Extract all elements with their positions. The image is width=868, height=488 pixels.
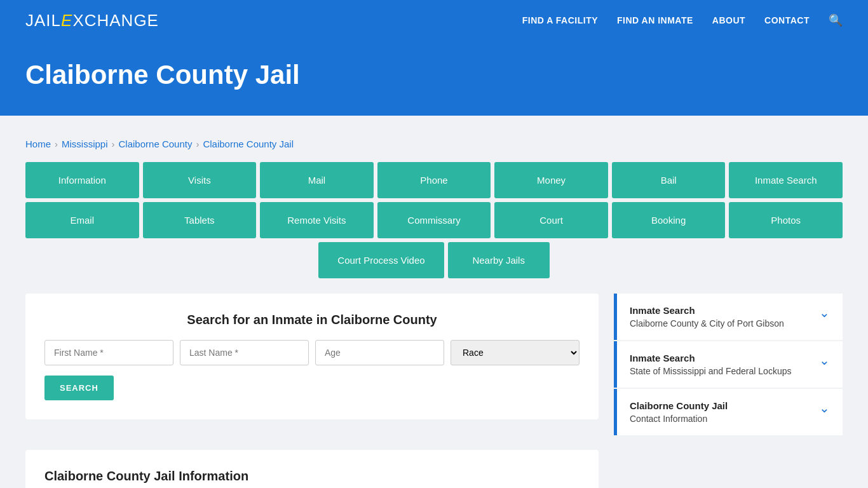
tile-information[interactable]: Information [25, 162, 139, 198]
tile-photos[interactable]: Photos [729, 202, 843, 238]
breadcrumb-home[interactable]: Home [25, 139, 51, 149]
sidebar-item-local-text: Inmate Search Claiborne County & City of… [630, 305, 784, 329]
tile-remote-visits[interactable]: Remote Visits [260, 202, 374, 238]
breadcrumb-sep-3: › [196, 139, 199, 149]
header: JAILEXCHANGE FIND A FACILITY FIND AN INM… [0, 0, 868, 41]
tile-inmate-search[interactable]: Inmate Search [729, 162, 843, 198]
sidebar-item-local-title: Inmate Search [630, 305, 784, 316]
tile-money[interactable]: Money [494, 162, 608, 198]
chevron-down-icon-state: ⌄ [819, 353, 830, 368]
search-section: Search for an Inmate in Claiborne County… [25, 294, 599, 419]
hero-section: Claiborne County Jail [0, 41, 868, 116]
bottom-section-title: Claiborne County Jail Information [44, 469, 580, 484]
sidebar-item-contact-info[interactable]: Claiborne County Jail Contact Informatio… [614, 389, 843, 435]
search-title: Search for an Inmate in Claiborne County [44, 313, 580, 327]
logo-xchange: XCHANGE [72, 11, 159, 30]
first-name-input[interactable] [44, 340, 173, 365]
tile-commissary[interactable]: Commissary [377, 202, 491, 238]
tile-visits[interactable]: Visits [143, 162, 257, 198]
last-name-input[interactable] [180, 340, 309, 365]
search-button[interactable]: SEARCH [44, 376, 114, 400]
bottom-info-section: Claiborne County Jail Information [25, 450, 599, 488]
main-nav: FIND A FACILITY FIND AN INMATE ABOUT CON… [522, 13, 843, 27]
sidebar-item-state-subtitle: State of Mississippi and Federal Lockups [630, 366, 791, 376]
sidebar-item-state-text: Inmate Search State of Mississippi and F… [630, 353, 791, 376]
logo-e: E [61, 11, 72, 30]
sidebar-item-contact-subtitle: Contact Information [630, 414, 728, 424]
sidebar-item-contact-title: Claiborne County Jail [630, 400, 728, 411]
sidebar-item-state-title: Inmate Search [630, 353, 791, 363]
sidebar-item-local-subtitle: Claiborne County & City of Port Gibson [630, 318, 784, 329]
breadcrumb-sep-1: › [55, 139, 58, 149]
breadcrumb-sep-2: › [112, 139, 115, 149]
tile-row-3: Court Process Video Nearby Jails [25, 242, 843, 278]
search-icon-button[interactable]: 🔍 [829, 13, 843, 27]
tile-row-2: Email Tablets Remote Visits Commissary C… [25, 202, 843, 238]
age-input[interactable] [315, 340, 444, 365]
tile-court[interactable]: Court [494, 202, 608, 238]
logo-text-jail: JAIL [25, 11, 61, 30]
tile-phone[interactable]: Phone [377, 162, 491, 198]
nav-about[interactable]: ABOUT [712, 15, 745, 25]
breadcrumb-claiborne-county[interactable]: Claiborne County [119, 139, 193, 149]
page-title: Claiborne County Jail [25, 60, 843, 90]
tile-email[interactable]: Email [25, 202, 139, 238]
sidebar-item-local-inmate-search[interactable]: Inmate Search Claiborne County & City of… [614, 294, 843, 340]
nav-find-facility[interactable]: FIND A FACILITY [522, 15, 598, 25]
tile-nearby-jails[interactable]: Nearby Jails [448, 242, 550, 278]
breadcrumb-mississippi[interactable]: Mississippi [62, 139, 108, 149]
tile-booking[interactable]: Booking [612, 202, 726, 238]
content-area: Home › Mississippi › Claiborne County › … [0, 116, 868, 488]
tile-row-1: Information Visits Mail Phone Money Bail… [25, 162, 843, 198]
tile-court-process-video[interactable]: Court Process Video [318, 242, 444, 278]
nav-contact[interactable]: CONTACT [764, 15, 810, 25]
race-select[interactable]: Race White Black Hispanic Asian Other [451, 340, 580, 365]
sidebar-item-state-inmate-search[interactable]: Inmate Search State of Mississippi and F… [614, 341, 843, 388]
sidebar-item-contact-text: Claiborne County Jail Contact Informatio… [630, 400, 728, 424]
tile-bail[interactable]: Bail [612, 162, 726, 198]
chevron-down-icon-contact: ⌄ [819, 400, 830, 416]
breadcrumb-claiborne-jail[interactable]: Claiborne County Jail [203, 139, 294, 149]
tile-tablets[interactable]: Tablets [143, 202, 257, 238]
main-layout: Search for an Inmate in Claiborne County… [25, 294, 843, 488]
chevron-down-icon-local: ⌄ [819, 305, 830, 320]
nav-find-inmate[interactable]: FIND AN INMATE [617, 15, 693, 25]
breadcrumb: Home › Mississippi › Claiborne County › … [25, 128, 843, 162]
sidebar: Inmate Search Claiborne County & City of… [614, 294, 843, 488]
logo[interactable]: JAILEXCHANGE [25, 11, 159, 30]
tile-mail[interactable]: Mail [260, 162, 374, 198]
search-form: Race White Black Hispanic Asian Other [44, 340, 580, 365]
